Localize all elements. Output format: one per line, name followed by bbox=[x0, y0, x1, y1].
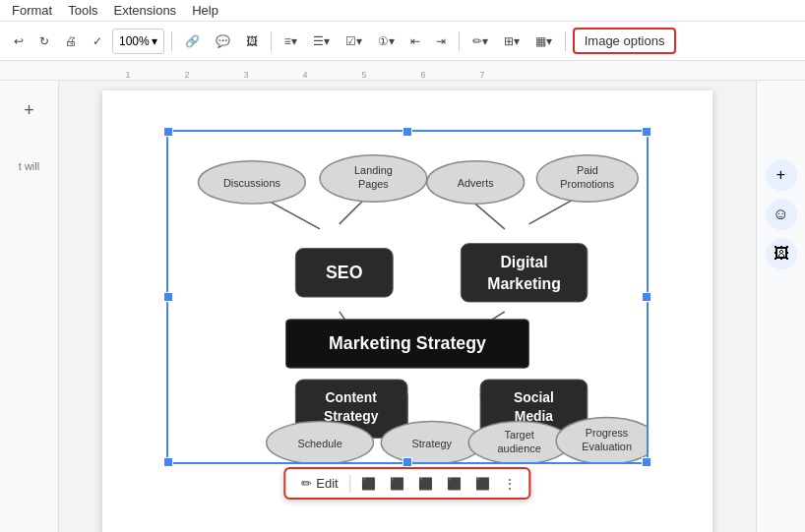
svg-text:Marketing Strategy: Marketing Strategy bbox=[329, 333, 486, 353]
ruler-mark-7: 7 bbox=[453, 70, 512, 80]
toolbar-sep-1 bbox=[171, 31, 172, 51]
image-toolbar: ✏ Edit ⬛ ⬛ ⬛ ⬛ bbox=[283, 467, 530, 500]
handle-top-mid[interactable] bbox=[402, 127, 412, 137]
zoom-value: 100% bbox=[119, 34, 150, 48]
svg-text:Digital: Digital bbox=[500, 254, 547, 270]
svg-text:Schedule: Schedule bbox=[297, 438, 341, 449]
more-icon: ⋮ bbox=[504, 477, 516, 491]
diagram-image[interactable]: SEO Digital Marketing Marketing Strategy… bbox=[166, 130, 649, 464]
menu-format[interactable]: Format bbox=[4, 1, 60, 20]
format-button[interactable]: ✏▾ bbox=[466, 28, 494, 55]
plus-icon: + bbox=[776, 166, 785, 184]
left-sidebar: + t will bbox=[0, 81, 59, 532]
svg-rect-12 bbox=[461, 244, 587, 302]
svg-text:audience: audience bbox=[498, 443, 541, 454]
align-button[interactable]: ≡▾ bbox=[279, 28, 303, 55]
svg-text:Pages: Pages bbox=[358, 178, 389, 190]
ruler-mark-5: 5 bbox=[335, 70, 394, 80]
align-right-icon: ⬛ bbox=[418, 477, 433, 491]
toolbar-sep-3 bbox=[459, 31, 460, 51]
ruler-mark-1: 1 bbox=[98, 70, 157, 80]
edit-button[interactable]: ✏ Edit bbox=[293, 473, 345, 494]
align-center-icon: ⬛ bbox=[390, 477, 404, 491]
img-wrap-button[interactable]: ⬛ bbox=[441, 474, 467, 494]
img-break-button[interactable]: ⬛ bbox=[469, 474, 496, 494]
handle-bot-right[interactable] bbox=[642, 457, 651, 467]
menu-tools[interactable]: Tools bbox=[60, 1, 105, 20]
svg-text:Marketing: Marketing bbox=[487, 275, 561, 292]
break-icon: ⬛ bbox=[475, 477, 490, 491]
svg-text:Discussions: Discussions bbox=[223, 177, 281, 189]
svg-text:Landing: Landing bbox=[354, 164, 393, 176]
img-align-right-button[interactable]: ⬛ bbox=[412, 474, 439, 494]
svg-text:Paid: Paid bbox=[577, 164, 598, 176]
edit-label: Edit bbox=[316, 476, 338, 491]
wrap-icon: ⬛ bbox=[447, 477, 462, 491]
document-page: SEO Digital Marketing Marketing Strategy… bbox=[102, 90, 712, 532]
sidebar-partial-text: t will bbox=[19, 160, 39, 172]
menu-help[interactable]: Help bbox=[184, 1, 226, 20]
img-align-left-button[interactable]: ⬛ bbox=[355, 474, 382, 494]
comment-button[interactable]: 💬 bbox=[210, 28, 236, 55]
svg-line-3 bbox=[529, 200, 573, 224]
ruler-mark-6: 6 bbox=[394, 70, 453, 80]
checklist-button[interactable]: ☑▾ bbox=[340, 28, 368, 55]
undo-button[interactable]: ↩ bbox=[8, 28, 30, 55]
ruler-mark-4: 4 bbox=[276, 70, 335, 80]
right-add-button[interactable]: + bbox=[766, 159, 797, 191]
image-button[interactable]: 🖼 bbox=[240, 28, 264, 55]
toolbar-sep-4 bbox=[565, 31, 566, 51]
indent-button[interactable]: ⇤ bbox=[404, 28, 426, 55]
handle-mid-right[interactable] bbox=[642, 292, 651, 302]
pencil-icon: ✏ bbox=[301, 476, 312, 491]
right-emoji-button[interactable]: ☺ bbox=[766, 199, 797, 230]
svg-line-1 bbox=[340, 200, 364, 224]
svg-text:Adverts: Adverts bbox=[458, 177, 494, 189]
svg-text:Social: Social bbox=[514, 389, 554, 405]
shading-button[interactable]: ▦▾ bbox=[529, 28, 558, 55]
menu-extensions[interactable]: Extensions bbox=[106, 1, 185, 20]
outdent-button[interactable]: ⇥ bbox=[430, 28, 452, 55]
menu-bar: Format Tools Extensions Help bbox=[0, 0, 805, 22]
svg-text:SEO: SEO bbox=[326, 263, 363, 282]
main-content: SEO Digital Marketing Marketing Strategy… bbox=[59, 81, 756, 532]
align-left-icon: ⬛ bbox=[361, 477, 376, 491]
image-options-button[interactable]: Image options bbox=[573, 28, 677, 54]
handle-bot-mid[interactable] bbox=[402, 457, 412, 467]
ruler-marks: 1 2 3 4 5 6 7 bbox=[0, 61, 805, 80]
borders-button[interactable]: ⊞▾ bbox=[498, 28, 526, 55]
img-align-center-button[interactable]: ⬛ bbox=[384, 474, 410, 494]
img-more-button[interactable]: ⋮ bbox=[498, 474, 522, 494]
handle-top-right[interactable] bbox=[642, 127, 651, 137]
link-button[interactable]: 🔗 bbox=[179, 28, 206, 55]
ruler-mark-3: 3 bbox=[217, 70, 276, 80]
right-sidebar: + ☺ 🖼 bbox=[756, 81, 805, 532]
svg-line-0 bbox=[267, 200, 320, 229]
handle-mid-left[interactable] bbox=[163, 292, 173, 302]
spellcheck-button[interactable]: ✓ bbox=[87, 28, 108, 55]
ruler: 1 2 3 4 5 6 7 bbox=[0, 61, 805, 81]
svg-text:Progress: Progress bbox=[586, 427, 629, 439]
add-page-button[interactable]: + bbox=[24, 100, 34, 121]
image-icon: 🖼 bbox=[774, 245, 789, 263]
svg-text:Promotions: Promotions bbox=[560, 178, 614, 190]
handle-bot-left[interactable] bbox=[163, 457, 173, 467]
handle-top-left[interactable] bbox=[163, 127, 173, 137]
svg-text:Target: Target bbox=[505, 429, 534, 441]
page-area: + t will bbox=[0, 81, 805, 532]
toolbar-sep bbox=[350, 475, 351, 493]
svg-text:Evaluation: Evaluation bbox=[582, 441, 632, 452]
toolbar-sep-2 bbox=[271, 31, 272, 51]
ruler-mark-2: 2 bbox=[157, 70, 217, 80]
zoom-control[interactable]: 100% ▾ bbox=[112, 29, 164, 54]
diagram-svg: SEO Digital Marketing Marketing Strategy… bbox=[168, 132, 647, 462]
list-button[interactable]: ☰▾ bbox=[307, 28, 336, 55]
redo-button[interactable]: ↻ bbox=[33, 28, 55, 55]
svg-text:Strategy: Strategy bbox=[411, 438, 452, 449]
zoom-dropdown-icon: ▾ bbox=[152, 34, 157, 48]
right-image-button[interactable]: 🖼 bbox=[766, 238, 797, 269]
numbered-list-button[interactable]: ①▾ bbox=[372, 28, 401, 55]
toolbar: ↩ ↻ 🖨 ✓ 100% ▾ 🔗 💬 🖼 ≡▾ ☰▾ ☑▾ ①▾ ⇤ ⇥ ✏▾ … bbox=[0, 22, 805, 61]
svg-text:Content: Content bbox=[326, 389, 378, 405]
print-button[interactable]: 🖨 bbox=[59, 28, 83, 55]
